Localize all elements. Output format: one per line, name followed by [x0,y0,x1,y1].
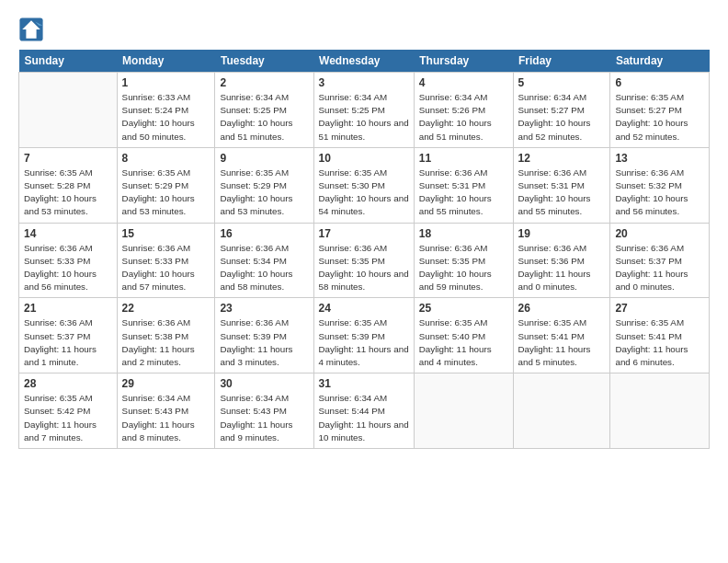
day-number: 14 [24,227,112,240]
day-cell: 13Sunrise: 6:36 AM Sunset: 5:32 PM Dayli… [610,147,710,223]
day-info: Sunrise: 6:36 AM Sunset: 5:33 PM Dayligh… [24,242,112,294]
day-cell: 20Sunrise: 6:36 AM Sunset: 5:37 PM Dayli… [610,223,710,298]
day-cell: 15Sunrise: 6:36 AM Sunset: 5:33 PM Dayli… [117,223,215,298]
day-cell: 16Sunrise: 6:36 AM Sunset: 5:34 PM Dayli… [215,223,313,298]
day-info: Sunrise: 6:34 AM Sunset: 5:43 PM Dayligh… [122,392,210,444]
day-info: Sunrise: 6:35 AM Sunset: 5:29 PM Dayligh… [122,167,210,219]
day-number: 8 [122,152,210,165]
weekday-header-monday: Monday [117,50,215,73]
page: SundayMondayTuesdayWednesdayThursdayFrid… [0,0,728,458]
weekday-header-wednesday: Wednesday [313,50,414,73]
weekday-header-row: SundayMondayTuesdayWednesdayThursdayFrid… [19,50,710,73]
day-cell: 1Sunrise: 6:33 AM Sunset: 5:24 PM Daylig… [117,73,215,148]
day-cell: 9Sunrise: 6:35 AM Sunset: 5:29 PM Daylig… [215,147,313,223]
day-number: 9 [220,152,308,165]
day-number: 30 [220,377,308,390]
day-cell: 2Sunrise: 6:34 AM Sunset: 5:25 PM Daylig… [215,73,313,148]
weekday-header-sunday: Sunday [19,50,118,73]
day-number: 23 [220,302,308,315]
day-info: Sunrise: 6:35 AM Sunset: 5:30 PM Dayligh… [319,167,409,219]
day-cell: 7Sunrise: 6:35 AM Sunset: 5:28 PM Daylig… [19,147,118,223]
day-cell: 25Sunrise: 6:35 AM Sunset: 5:40 PM Dayli… [414,298,513,373]
day-info: Sunrise: 6:34 AM Sunset: 5:26 PM Dayligh… [419,91,508,144]
day-cell: 19Sunrise: 6:36 AM Sunset: 5:36 PM Dayli… [513,223,610,298]
day-cell: 6Sunrise: 6:35 AM Sunset: 5:27 PM Daylig… [610,73,710,148]
week-row-2: 7Sunrise: 6:35 AM Sunset: 5:28 PM Daylig… [19,147,710,223]
day-cell: 4Sunrise: 6:34 AM Sunset: 5:26 PM Daylig… [414,73,513,148]
day-cell: 17Sunrise: 6:36 AM Sunset: 5:35 PM Dayli… [313,223,414,298]
day-cell: 26Sunrise: 6:35 AM Sunset: 5:41 PM Dayli… [513,298,610,373]
day-number: 28 [24,377,112,390]
logo-area [18,17,46,42]
day-number: 19 [518,227,606,240]
day-number: 27 [615,302,704,315]
day-info: Sunrise: 6:36 AM Sunset: 5:35 PM Dayligh… [319,242,409,294]
day-number: 24 [319,302,409,315]
day-cell: 11Sunrise: 6:36 AM Sunset: 5:31 PM Dayli… [414,147,513,223]
week-row-1: 1Sunrise: 6:33 AM Sunset: 5:24 PM Daylig… [19,73,710,148]
day-cell [414,373,513,449]
day-number: 20 [615,227,704,240]
day-number: 7 [24,152,112,165]
day-cell: 10Sunrise: 6:35 AM Sunset: 5:30 PM Dayli… [313,147,414,223]
week-row-4: 21Sunrise: 6:36 AM Sunset: 5:37 PM Dayli… [19,298,710,373]
logo-icon [18,17,44,42]
day-info: Sunrise: 6:33 AM Sunset: 5:24 PM Dayligh… [122,91,210,144]
day-cell: 30Sunrise: 6:34 AM Sunset: 5:43 PM Dayli… [215,373,313,449]
day-number: 12 [518,152,606,165]
day-number: 4 [419,76,508,89]
week-row-3: 14Sunrise: 6:36 AM Sunset: 5:33 PM Dayli… [19,223,710,298]
day-number: 29 [122,377,210,390]
day-cell: 23Sunrise: 6:36 AM Sunset: 5:39 PM Dayli… [215,298,313,373]
day-info: Sunrise: 6:36 AM Sunset: 5:34 PM Dayligh… [220,242,308,294]
weekday-header-thursday: Thursday [414,50,513,73]
day-info: Sunrise: 6:36 AM Sunset: 5:35 PM Dayligh… [419,242,508,294]
weekday-header-tuesday: Tuesday [215,50,313,73]
day-cell [513,373,610,449]
day-info: Sunrise: 6:36 AM Sunset: 5:31 PM Dayligh… [518,167,606,219]
day-number: 17 [319,227,409,240]
day-cell: 12Sunrise: 6:36 AM Sunset: 5:31 PM Dayli… [513,147,610,223]
day-number: 21 [24,302,112,315]
day-number: 16 [220,227,308,240]
week-row-5: 28Sunrise: 6:35 AM Sunset: 5:42 PM Dayli… [19,373,710,449]
day-cell: 14Sunrise: 6:36 AM Sunset: 5:33 PM Dayli… [19,223,118,298]
day-info: Sunrise: 6:35 AM Sunset: 5:27 PM Dayligh… [615,91,704,144]
day-number: 10 [319,152,409,165]
day-cell: 8Sunrise: 6:35 AM Sunset: 5:29 PM Daylig… [117,147,215,223]
day-info: Sunrise: 6:34 AM Sunset: 5:27 PM Dayligh… [518,91,606,144]
day-info: Sunrise: 6:35 AM Sunset: 5:29 PM Dayligh… [220,167,308,219]
day-number: 15 [122,227,210,240]
day-number: 26 [518,302,606,315]
day-info: Sunrise: 6:36 AM Sunset: 5:37 PM Dayligh… [615,242,704,294]
weekday-header-saturday: Saturday [610,50,710,73]
day-cell: 28Sunrise: 6:35 AM Sunset: 5:42 PM Dayli… [19,373,118,449]
calendar-table: SundayMondayTuesdayWednesdayThursdayFrid… [18,50,710,449]
day-info: Sunrise: 6:35 AM Sunset: 5:42 PM Dayligh… [24,392,112,444]
day-info: Sunrise: 6:34 AM Sunset: 5:25 PM Dayligh… [220,91,308,144]
day-info: Sunrise: 6:34 AM Sunset: 5:43 PM Dayligh… [220,392,308,444]
day-info: Sunrise: 6:36 AM Sunset: 5:31 PM Dayligh… [419,167,508,219]
header [18,17,710,42]
day-info: Sunrise: 6:36 AM Sunset: 5:32 PM Dayligh… [615,167,704,219]
day-info: Sunrise: 6:35 AM Sunset: 5:41 PM Dayligh… [615,316,704,369]
day-cell: 5Sunrise: 6:34 AM Sunset: 5:27 PM Daylig… [513,73,610,148]
day-number: 11 [419,152,508,165]
day-info: Sunrise: 6:36 AM Sunset: 5:39 PM Dayligh… [220,316,308,369]
day-info: Sunrise: 6:35 AM Sunset: 5:28 PM Dayligh… [24,167,112,219]
day-cell [19,73,118,148]
day-info: Sunrise: 6:35 AM Sunset: 5:40 PM Dayligh… [419,316,508,369]
day-info: Sunrise: 6:34 AM Sunset: 5:25 PM Dayligh… [319,91,409,144]
day-info: Sunrise: 6:34 AM Sunset: 5:44 PM Dayligh… [319,392,409,444]
weekday-header-friday: Friday [513,50,610,73]
day-cell: 24Sunrise: 6:35 AM Sunset: 5:39 PM Dayli… [313,298,414,373]
day-info: Sunrise: 6:35 AM Sunset: 5:41 PM Dayligh… [518,316,606,369]
day-cell: 3Sunrise: 6:34 AM Sunset: 5:25 PM Daylig… [313,73,414,148]
day-cell: 29Sunrise: 6:34 AM Sunset: 5:43 PM Dayli… [117,373,215,449]
day-info: Sunrise: 6:35 AM Sunset: 5:39 PM Dayligh… [319,316,409,369]
day-cell: 21Sunrise: 6:36 AM Sunset: 5:37 PM Dayli… [19,298,118,373]
day-number: 31 [319,377,409,390]
day-info: Sunrise: 6:36 AM Sunset: 5:37 PM Dayligh… [24,316,112,369]
day-cell: 18Sunrise: 6:36 AM Sunset: 5:35 PM Dayli… [414,223,513,298]
day-cell: 27Sunrise: 6:35 AM Sunset: 5:41 PM Dayli… [610,298,710,373]
